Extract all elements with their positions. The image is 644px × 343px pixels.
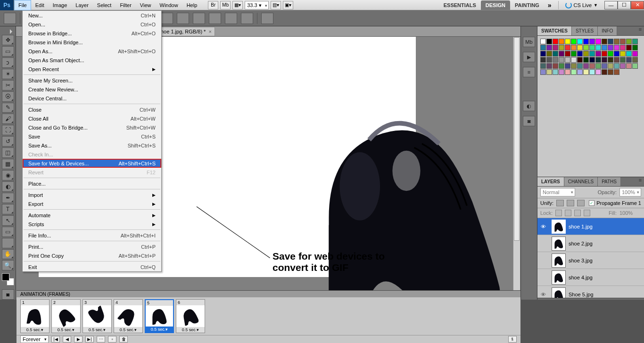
move-tool[interactable]: ✥ <box>2 35 14 45</box>
menu-item-device-central[interactable]: Device Central... <box>23 94 161 103</box>
layer-row[interactable]: shoe 4.jpg <box>537 269 644 286</box>
swatch[interactable] <box>540 45 546 50</box>
swatch[interactable] <box>559 57 564 63</box>
swatch[interactable] <box>571 63 577 69</box>
swatch[interactable] <box>620 45 626 50</box>
menu-item-scripts[interactable]: Scripts▶ <box>23 220 161 229</box>
prev-frame-button[interactable]: ◀ <box>63 336 71 343</box>
swatch[interactable] <box>553 57 558 63</box>
swatch[interactable] <box>553 45 558 50</box>
history-brush-tool[interactable]: ↺ <box>2 136 14 147</box>
tween-button[interactable]: ⋯ <box>97 336 105 343</box>
animation-frame[interactable]: 1 0.5 sec.▾ <box>20 299 50 333</box>
swatch[interactable] <box>620 51 626 57</box>
cs-live-button[interactable]: CS Live ▼ <box>561 2 602 8</box>
menu-help[interactable]: Help <box>182 0 202 10</box>
swatch[interactable] <box>632 39 638 44</box>
swatch[interactable] <box>540 63 546 69</box>
actions-panel-icon[interactable]: ≡ <box>523 67 535 77</box>
expand-tools-icon[interactable] <box>10 29 15 34</box>
menu-item-create-new-review[interactable]: Create New Review... <box>23 85 161 94</box>
swatch[interactable] <box>553 39 558 44</box>
swatch[interactable] <box>571 51 577 57</box>
3d-tool[interactable] <box>2 238 14 248</box>
new-frame-button[interactable]: ▫ <box>108 336 116 343</box>
lock-all-icon[interactable] <box>584 210 590 216</box>
distribute-2-icon[interactable] <box>177 13 189 24</box>
maximize-button[interactable]: ☐ <box>618 1 631 9</box>
menu-item-browse-in-bridge[interactable]: Browse in Bridge...Alt+Ctrl+O <box>23 29 161 38</box>
swatch[interactable] <box>589 57 595 63</box>
tab-paths[interactable]: PATHS <box>598 177 621 186</box>
type-tool[interactable]: T <box>2 204 14 214</box>
swatch[interactable] <box>577 39 583 44</box>
swatch[interactable] <box>589 51 595 57</box>
shape-tool[interactable]: ▭ <box>2 227 14 237</box>
swatch[interactable] <box>595 57 601 63</box>
arrange-docs-icon[interactable]: ▥▾ <box>271 1 281 9</box>
swatch[interactable] <box>602 63 607 69</box>
minibridge-panel-icon[interactable]: Mb <box>523 37 535 47</box>
tab-styles[interactable]: STYLES <box>572 26 598 35</box>
menu-filter[interactable]: Filter <box>116 0 135 10</box>
swatches-grid[interactable] <box>537 36 644 78</box>
animation-frame[interactable]: 3 0.5 sec.▾ <box>83 299 112 333</box>
menu-item-print[interactable]: Print...Ctrl+P <box>23 242 161 251</box>
swatch[interactable] <box>595 39 601 44</box>
swatch[interactable] <box>589 45 595 50</box>
swatch[interactable] <box>546 57 552 63</box>
menu-edit[interactable]: Edit <box>31 0 49 10</box>
menu-image[interactable]: Image <box>49 0 72 10</box>
swatch[interactable] <box>546 39 552 44</box>
swatch[interactable] <box>583 51 589 57</box>
unify-position-icon[interactable] <box>556 200 564 206</box>
workspace-tab-essentials[interactable]: ESSENTIALS <box>439 0 481 10</box>
history-panel-icon[interactable]: ▶ <box>523 52 535 62</box>
zoom-dropdown[interactable]: 33.3 ▾ <box>245 1 268 9</box>
swatch[interactable] <box>608 69 613 75</box>
swatch[interactable] <box>559 45 564 50</box>
menu-view[interactable]: View <box>136 0 156 10</box>
swatch[interactable] <box>620 63 626 69</box>
menu-item-save[interactable]: SaveCtrl+S <box>23 132 161 141</box>
distribute-1-icon[interactable] <box>161 13 173 24</box>
layer-row[interactable]: 👁 shoe 1.jpg <box>537 218 644 235</box>
propagate-checkbox[interactable]: ✓Propagate Frame 1 <box>589 200 641 206</box>
gradient-tool[interactable]: ▦ <box>2 159 14 169</box>
swatch[interactable] <box>565 45 570 50</box>
swatch[interactable] <box>577 57 583 63</box>
close-button[interactable]: ✕ <box>631 1 644 9</box>
menu-item-save-for-web-devices[interactable]: Save for Web & Devices...Alt+Shift+Ctrl+… <box>23 159 161 168</box>
swatch[interactable] <box>608 57 613 63</box>
workspace-tab-painting[interactable]: PAINTING <box>510 0 544 10</box>
swatch[interactable] <box>571 45 577 50</box>
tab-channels[interactable]: CHANNELS <box>564 177 598 186</box>
swatch[interactable] <box>565 57 570 63</box>
view-extras-icon[interactable]: ▦▾ <box>232 1 243 9</box>
visibility-icon[interactable]: 👁 <box>537 292 549 297</box>
swatch[interactable] <box>602 39 607 44</box>
minimize-button[interactable]: — <box>604 1 618 9</box>
swatch[interactable] <box>565 63 570 69</box>
swatch[interactable] <box>583 69 589 75</box>
hand-tool[interactable]: ✋ <box>2 249 14 260</box>
swatch[interactable] <box>553 51 558 57</box>
menu-select[interactable]: Select <box>93 0 116 10</box>
document-tab[interactable]: hoe 1.jpg, RGB/8) * × <box>157 27 215 36</box>
swatch[interactable] <box>540 69 546 75</box>
layer-row[interactable]: shoe 2.jpg <box>537 235 644 252</box>
menu-item-open-as[interactable]: Open As...Alt+Shift+Ctrl+O <box>23 47 161 56</box>
swatch[interactable] <box>553 63 558 69</box>
swatch[interactable] <box>595 69 601 75</box>
menu-item-exit[interactable]: ExitCtrl+Q <box>23 262 161 271</box>
menu-item-share-my-screen[interactable]: Share My Screen... <box>23 76 161 85</box>
menu-item-open-recent[interactable]: Open Recent▶ <box>23 65 161 74</box>
swatch[interactable] <box>620 39 626 44</box>
menu-item-export[interactable]: Export▶ <box>23 199 161 208</box>
swatch[interactable] <box>559 51 564 57</box>
menu-item-close[interactable]: CloseCtrl+W <box>23 105 161 114</box>
swatch[interactable] <box>620 57 626 63</box>
swatch[interactable] <box>577 63 583 69</box>
animation-frame[interactable]: 6 0.5 sec.▾ <box>176 299 205 333</box>
animation-tab[interactable]: ANIMATION (FRAMES) <box>17 291 520 297</box>
